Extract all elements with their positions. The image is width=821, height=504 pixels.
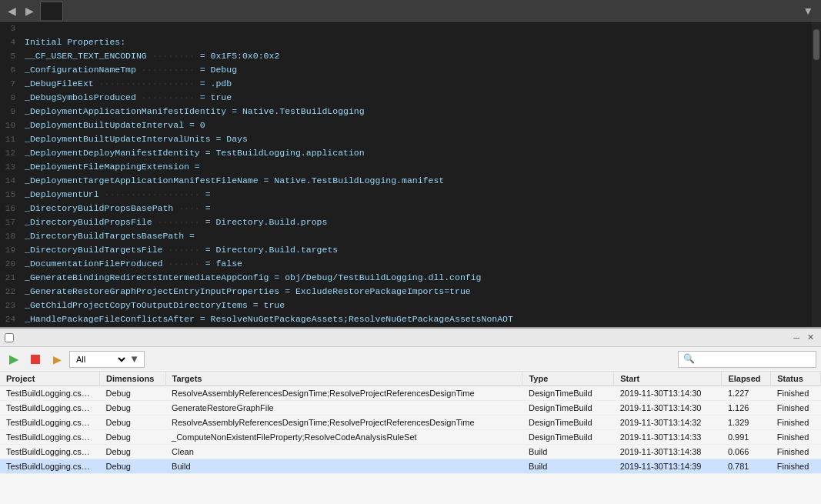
panel-titlebar: ─ ✕ [0,329,821,347]
cell-status: Finished [771,401,821,416]
line-number: 20 [0,257,25,271]
line-content: Initial Properties: [25,35,125,49]
cell-elapsed: 0.781 [722,459,771,474]
table-container: Project Dimensions Targets Type Start El… [0,372,821,504]
code-line: 23 _GetChildProjectCopyToOutputDirectory… [0,299,821,312]
tab-next-button[interactable]: ▶ [21,3,38,18]
table-header: Project Dimensions Targets Type Start El… [0,372,821,386]
filter-dropdown-button[interactable]: ▼ [128,353,141,365]
table-header-row: Project Dimensions Targets Type Start El… [0,372,821,386]
code-line: 6 _ConfigurationNameTmp ·········· = Deb… [0,63,821,77]
line-content: _DirectoryBuildPropsBasePath ···· = [25,202,211,215]
table-row[interactable]: TestBuildLogging.csprojDebugBuildBuild20… [0,459,821,474]
col-header-project: Project [0,372,99,386]
cell-elapsed: 1.227 [722,386,771,401]
panel-minimize-button[interactable]: ─ [791,332,802,342]
table-body: TestBuildLogging.csprojDebugResolveAssem… [0,386,821,474]
line-number: 6 [0,63,25,77]
line-content: __CF_USER_TEXT_ENCODING ········ = 0x1F5… [25,49,279,63]
line-content: _DirectoryBuildPropsFile ········ = Dire… [25,215,327,229]
line-content: _DebugSymbolsProduced ·········· = true [25,91,232,105]
panel-close-button[interactable]: ✕ [805,332,816,342]
code-line: 5 __CF_USER_TEXT_ENCODING ········ = 0x1… [0,49,821,63]
table-row[interactable]: TestBuildLogging.csprojDebug_ComputeNonE… [0,430,821,445]
line-content: _DocumentationFileProduced ······ = fals… [25,257,242,271]
table-row[interactable]: TestBuildLogging.csprojDebugResolveAssem… [0,416,821,430]
code-line: 9 _DeploymentApplicationManifestIdentity… [0,105,821,118]
line-number: 11 [0,132,25,146]
filter-select[interactable]: All Errors Warnings Messages [73,354,128,365]
code-line: 3 [0,22,821,35]
line-number: 22 [0,285,25,299]
scrollbar-track[interactable] [812,22,821,327]
clear-icon: ▶ [53,353,62,365]
line-number: 21 [0,271,25,285]
cell-project: TestBuildLogging.csproj [0,401,99,416]
table-row[interactable]: TestBuildLogging.csprojDebugGenerateRest… [0,401,821,416]
cell-targets: ResolveAssemblyReferencesDesignTime;Reso… [165,416,522,430]
code-line: 7 _DebugFileExt ·················· = .pd… [0,77,821,91]
cell-dimensions: Debug [99,401,165,416]
cell-start: 2019-11-30T13:14:38 [614,445,722,459]
cell-status: Finished [771,416,821,430]
tab-dropdown-button[interactable]: ▼ [798,3,818,18]
line-number: 10 [0,118,25,132]
editor-area: 34 Initial Properties:5 __CF_USER_TEXT_E… [0,22,821,327]
line-number: 16 [0,202,25,215]
cell-targets: _ComputeNonExistentFileProperty;ResolveC… [165,430,522,445]
build-table: Project Dimensions Targets Type Start El… [0,372,821,474]
cell-start: 2019-11-30T13:14:30 [614,401,722,416]
play-button[interactable]: ▶ [5,350,23,369]
active-tab[interactable] [40,2,63,20]
code-line: 11 _DeploymentBuiltUpdateIntervalUnits =… [0,132,821,146]
panel-checkbox[interactable] [5,333,14,342]
cell-start: 2019-11-30T13:14:39 [614,459,722,474]
code-line: 12 _DeploymentDeployManifestIdentity = T… [0,146,821,160]
cell-start: 2019-11-30T13:14:32 [614,416,722,430]
line-content: _GenerateBindingRedirectsIntermediateApp… [25,271,482,285]
cell-dimensions: Debug [99,430,165,445]
code-line: 15 _DeploymentUrl ·················· = [0,188,821,202]
line-content: _ConfigurationNameTmp ·········· = Debug [25,63,237,77]
line-number: 4 [0,35,25,49]
line-number: 9 [0,105,25,118]
tab-prev-button[interactable]: ◀ [3,3,21,18]
line-content: _DeploymentApplicationManifestIdentity =… [25,105,365,118]
code-lines: 34 Initial Properties:5 __CF_USER_TEXT_E… [0,22,821,327]
line-content: _DeploymentFileMappingExtension = [25,160,200,174]
line-number: 5 [0,49,25,63]
line-number: 18 [0,229,25,243]
cell-targets: Clean [165,445,522,459]
cell-project: TestBuildLogging.csproj [0,386,99,401]
code-line: 4 Initial Properties: [0,35,821,49]
col-header-elapsed: Elapsed [722,372,771,386]
line-number: 25 [0,326,25,327]
code-line: 18 _DirectoryBuildTargetsBasePath = [0,229,821,243]
code-line: 20 _DocumentationFileProduced ······ = f… [0,257,821,271]
line-content: _DeploymentUrl ·················· = [25,188,211,202]
line-number: 19 [0,243,25,257]
build-logging-panel: ─ ✕ ▶ ▶ All Errors Warnings Messages ▼ 🔍 [0,327,821,504]
line-content: _HandlePackageFileConflictsBefore = Reso… [25,326,349,327]
scrollbar-thumb[interactable] [813,29,819,60]
cell-project: TestBuildLogging.csproj [0,459,99,474]
line-content: _DirectoryBuildTargetsBasePath = [25,229,195,243]
table-row[interactable]: TestBuildLogging.csprojDebugResolveAssem… [0,386,821,401]
cell-status: Finished [771,430,821,445]
clear-button[interactable]: ▶ [48,350,66,369]
panel-controls: ─ ✕ [791,332,816,342]
tab-bar: ◀ ▶ ▼ [0,0,821,22]
line-number: 3 [0,22,25,35]
cell-project: TestBuildLogging.csproj [0,430,99,445]
line-number: 12 [0,146,25,160]
filter-select-wrapper: All Errors Warnings Messages ▼ [69,351,145,368]
table-row[interactable]: TestBuildLogging.csprojDebugCleanBuild20… [0,445,821,459]
col-header-targets: Targets [165,372,522,386]
col-header-type: Type [522,372,614,386]
stop-button[interactable] [26,350,45,369]
code-line: 25 _HandlePackageFileConflictsBefore = R… [0,326,821,327]
panel-toolbar: ▶ ▶ All Errors Warnings Messages ▼ 🔍 [0,347,821,372]
cell-dimensions: Debug [99,445,165,459]
cell-type: DesignTimeBuild [522,386,614,401]
search-input[interactable] [698,355,811,364]
